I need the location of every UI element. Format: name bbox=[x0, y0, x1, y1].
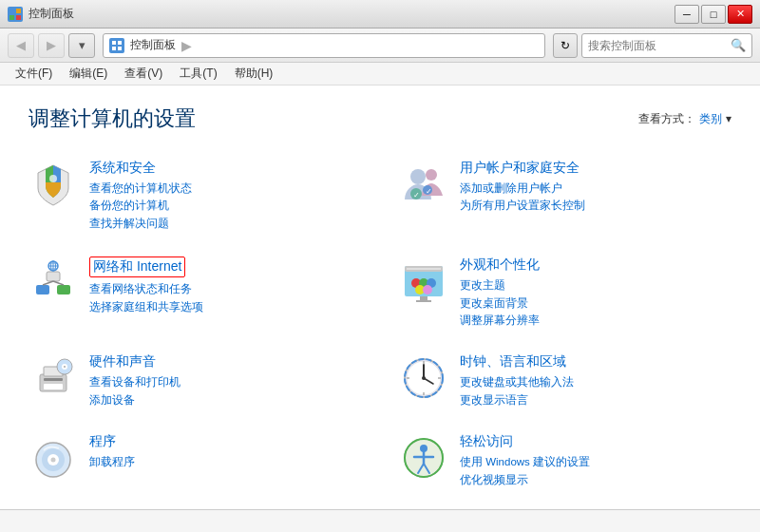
programs-link-1[interactable]: 卸载程序 bbox=[89, 453, 361, 470]
svg-text:✓: ✓ bbox=[413, 191, 420, 200]
svg-point-56 bbox=[51, 458, 56, 463]
back-button[interactable]: ◀ bbox=[8, 33, 34, 58]
view-mode-selector[interactable]: 查看方式： 类别 ▾ bbox=[638, 111, 732, 127]
panel-grid: 系统和安全 查看您的计算机状态 备份您的计算机 查找并解决问题 ✓ ✓ bbox=[28, 152, 732, 496]
svg-rect-29 bbox=[420, 296, 428, 300]
search-input[interactable] bbox=[588, 39, 731, 52]
svg-rect-30 bbox=[416, 300, 431, 302]
appearance-text: 外观和个性化 更改主题 更改桌面背景 调整屏幕分辨率 bbox=[460, 256, 732, 329]
clock-title[interactable]: 时钟、语言和区域 bbox=[460, 353, 732, 370]
user-link-1[interactable]: 添加或删除用户帐户 bbox=[460, 180, 732, 197]
system-link-2[interactable]: 备份您的计算机 bbox=[89, 197, 361, 214]
user-link-2[interactable]: 为所有用户设置家长控制 bbox=[460, 197, 732, 214]
page-header: 调整计算机的设置 查看方式： 类别 ▾ bbox=[28, 104, 732, 133]
hardware-title[interactable]: 硬件和声音 bbox=[89, 353, 361, 370]
menu-view[interactable]: 查看(V) bbox=[117, 64, 170, 84]
panel-appearance: 外观和个性化 更改主题 更改桌面背景 调整屏幕分辨率 bbox=[399, 249, 732, 336]
view-mode-link[interactable]: 类别 bbox=[699, 111, 722, 127]
clock-link-1[interactable]: 更改键盘或其他输入法 bbox=[460, 373, 732, 390]
accessibility-icon bbox=[399, 433, 448, 483]
system-security-text: 系统和安全 查看您的计算机状态 备份您的计算机 查找并解决问题 bbox=[89, 160, 361, 232]
appearance-title[interactable]: 外观和个性化 bbox=[460, 256, 732, 274]
network-text: 网络和 Internet 查看网络状态和任务 选择家庭组和共享选项 bbox=[89, 256, 361, 315]
hardware-link-1[interactable]: 查看设备和打印机 bbox=[89, 373, 361, 390]
accessibility-text: 轻松访问 使用 Windows 建议的设置 优化视频显示 bbox=[460, 433, 732, 488]
panel-accessibility: 轻松访问 使用 Windows 建议的设置 优化视频显示 bbox=[399, 426, 732, 496]
user-accounts-text: 用户帐户和家庭安全 添加或删除用户帐户 为所有用户设置家长控制 bbox=[460, 160, 732, 215]
panel-network: 网络和 Internet 查看网络状态和任务 选择家庭组和共享选项 bbox=[28, 249, 361, 336]
accessibility-title[interactable]: 轻松访问 bbox=[460, 433, 732, 450]
system-security-icon bbox=[28, 160, 78, 209]
programs-text: 程序 卸载程序 bbox=[89, 433, 361, 470]
address-icon bbox=[109, 38, 124, 53]
network-link-2[interactable]: 选择家庭组和共享选项 bbox=[89, 298, 361, 315]
hardware-text: 硬件和声音 查看设备和打印机 添加设备 bbox=[89, 353, 361, 408]
svg-rect-1 bbox=[16, 9, 21, 13]
search-bar[interactable]: 🔍 bbox=[581, 33, 752, 58]
accessibility-link-1[interactable]: 使用 Windows 建议的设置 bbox=[460, 453, 732, 470]
svg-line-19 bbox=[53, 281, 64, 285]
svg-rect-37 bbox=[44, 378, 63, 381]
panel-system-security: 系统和安全 查看您的计算机状态 备份您的计算机 查找并解决问题 bbox=[28, 152, 361, 239]
svg-rect-5 bbox=[118, 41, 122, 45]
system-security-title[interactable]: 系统和安全 bbox=[89, 160, 361, 177]
title-bar-left: 控制面板 bbox=[8, 6, 74, 22]
page-title: 调整计算机的设置 bbox=[28, 104, 196, 133]
panel-user-accounts: ✓ ✓ 用户帐户和家庭安全 添加或删除用户帐户 为所有用户设置家长控制 bbox=[399, 152, 732, 239]
svg-rect-2 bbox=[10, 15, 14, 20]
svg-rect-15 bbox=[36, 285, 49, 294]
appearance-link-2[interactable]: 更改桌面背景 bbox=[460, 294, 732, 312]
appearance-link-1[interactable]: 更改主题 bbox=[460, 276, 732, 294]
window-controls: ─ □ ✕ bbox=[674, 5, 752, 24]
menu-file[interactable]: 文件(F) bbox=[8, 64, 60, 84]
content-area: 调整计算机的设置 查看方式： 类别 ▾ 系统和安全 查看您的计算机状态 bbox=[0, 86, 760, 509]
svg-rect-16 bbox=[57, 285, 70, 294]
network-icon bbox=[28, 256, 78, 306]
svg-point-47 bbox=[422, 376, 426, 380]
accessibility-link-2[interactable]: 优化视频显示 bbox=[460, 471, 732, 488]
menu-tools[interactable]: 工具(T) bbox=[172, 64, 224, 84]
view-arrow: ▾ bbox=[726, 112, 732, 125]
programs-title[interactable]: 程序 bbox=[89, 433, 361, 450]
svg-point-42 bbox=[64, 366, 66, 368]
title-bar: 控制面板 ─ □ ✕ bbox=[0, 0, 760, 28]
menu-bar: 文件(F) 编辑(E) 查看(V) 工具(T) 帮助(H) bbox=[0, 63, 760, 86]
maximize-button[interactable]: □ bbox=[701, 5, 726, 24]
refresh-button[interactable]: ↻ bbox=[553, 33, 578, 58]
view-label: 查看方式： bbox=[638, 111, 695, 127]
network-title[interactable]: 网络和 Internet bbox=[89, 256, 185, 277]
network-link-1[interactable]: 查看网络状态和任务 bbox=[89, 280, 361, 297]
minimize-button[interactable]: ─ bbox=[674, 5, 699, 24]
clock-link-2[interactable]: 更改显示语言 bbox=[460, 391, 732, 408]
forward-button[interactable]: ▶ bbox=[38, 33, 65, 58]
panel-clock: 时钟、语言和区域 更改键盘或其他输入法 更改显示语言 bbox=[399, 346, 732, 416]
user-accounts-title[interactable]: 用户帐户和家庭安全 bbox=[460, 160, 732, 177]
close-button[interactable]: ✕ bbox=[728, 5, 752, 24]
menu-edit[interactable]: 编辑(E) bbox=[62, 64, 115, 84]
programs-icon bbox=[28, 433, 78, 483]
recent-pages-button[interactable]: ▾ bbox=[68, 33, 95, 58]
menu-help[interactable]: 帮助(H) bbox=[227, 64, 281, 84]
svg-rect-38 bbox=[44, 384, 63, 390]
svg-line-18 bbox=[43, 281, 53, 285]
hardware-link-2[interactable]: 添加设备 bbox=[89, 391, 361, 408]
appearance-link-3[interactable]: 调整屏幕分辨率 bbox=[460, 312, 732, 329]
svg-point-8 bbox=[49, 175, 57, 182]
hardware-icon bbox=[28, 353, 78, 403]
system-link-1[interactable]: 查看您的计算机状态 bbox=[89, 180, 361, 197]
appearance-icon bbox=[399, 256, 448, 306]
panel-programs: 程序 卸载程序 bbox=[28, 426, 361, 496]
svg-rect-28 bbox=[407, 268, 441, 270]
svg-rect-17 bbox=[47, 272, 60, 281]
title-text: 控制面板 bbox=[28, 6, 74, 22]
svg-point-9 bbox=[410, 169, 426, 184]
svg-text:✓: ✓ bbox=[426, 187, 432, 196]
svg-point-10 bbox=[426, 169, 437, 180]
clock-icon bbox=[399, 353, 448, 403]
panel-hardware: 硬件和声音 查看设备和打印机 添加设备 bbox=[28, 346, 361, 416]
status-bar bbox=[0, 509, 760, 532]
address-bar[interactable]: 控制面板 ▶ bbox=[103, 33, 545, 58]
svg-rect-6 bbox=[112, 47, 116, 50]
svg-rect-0 bbox=[10, 9, 14, 13]
system-link-3[interactable]: 查找并解决问题 bbox=[89, 215, 361, 232]
